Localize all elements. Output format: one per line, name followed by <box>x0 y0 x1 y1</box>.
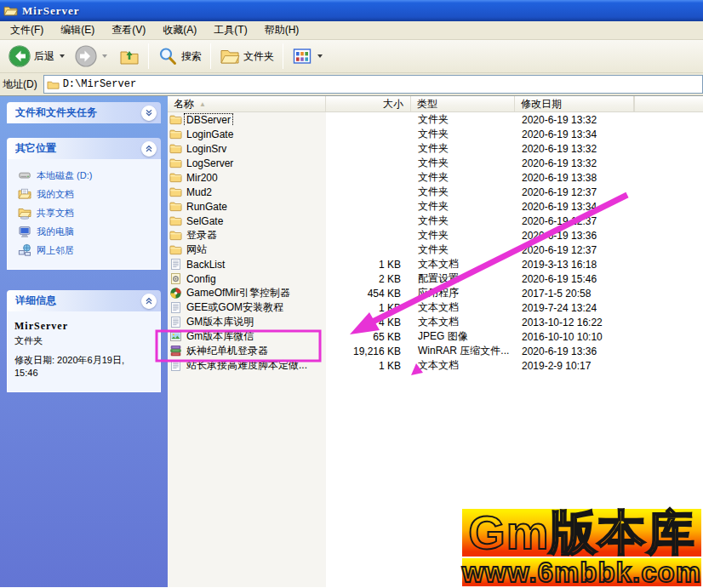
address-label: 地址(D) <box>2 77 43 92</box>
file-type-cell: 应用程序 <box>411 286 515 300</box>
file-type-cell: 文件夹 <box>411 170 515 185</box>
forward-icon <box>75 45 97 67</box>
window-title: MirServer <box>22 4 79 18</box>
column-header-type[interactable]: 类型 <box>411 96 515 111</box>
file-type-cell: 文件夹 <box>411 214 515 228</box>
folders-pane-icon <box>220 46 240 66</box>
file-size-cell: 2 KB <box>326 273 411 285</box>
file-date-cell: 2020-6-19 13:34 <box>515 201 634 213</box>
explorer-window: MirServer 文件(F) 编辑(E) 查看(V) 收藏(A) 工具(T) … <box>0 0 703 588</box>
file-date-cell: 2016-10-10 10:10 <box>515 331 634 343</box>
file-name: 妖神纪单机登录器 <box>185 344 270 358</box>
file-name-cell: DBServer <box>168 113 326 126</box>
file-row[interactable]: LoginSrv文件夹2020-6-19 13:32 <box>168 141 703 156</box>
file-date-cell: 2020-6-19 13:32 <box>515 157 634 169</box>
file-row[interactable]: BackList1 KB文本文档2019-3-13 16:18 <box>168 257 703 271</box>
panel-title: 详细信息 <box>15 294 56 308</box>
jpeg-image-icon <box>169 330 182 343</box>
forward-button[interactable] <box>71 43 111 69</box>
file-name-cell: LoginSrv <box>168 142 326 155</box>
text-file-icon <box>169 301 182 314</box>
sidebar-item-my-computer[interactable]: 我的电脑 <box>11 223 157 240</box>
back-button[interactable]: 后退 <box>5 43 68 69</box>
file-name: Gm版本库微信 <box>185 329 255 344</box>
file-row[interactable]: GM版本库说明4 KB文本文档2013-10-12 16:22 <box>168 315 703 329</box>
search-button[interactable]: 搜索 <box>154 44 205 68</box>
file-name-cell: LoginGate <box>168 128 326 140</box>
file-size-cell: 454 KB <box>326 288 411 300</box>
file-type-cell: 文件夹 <box>411 112 515 127</box>
folder-icon <box>169 128 182 140</box>
file-row[interactable]: 妖神纪单机登录器19,216 KBWinRAR 压缩文件...2020-6-19… <box>168 344 703 358</box>
file-name: LoginGate <box>185 128 235 140</box>
address-bar: 地址(D) <box>0 73 703 96</box>
file-name-cell: GM版本库说明 <box>168 315 326 329</box>
address-value[interactable] <box>63 78 700 90</box>
file-row[interactable]: GameOfMir引擎控制器454 KB应用程序2017-1-5 20:58 <box>168 286 703 300</box>
menu-favorites[interactable]: 收藏(A) <box>154 20 205 40</box>
sidebar-item-local-disk[interactable]: 本地磁盘 (D:) <box>11 167 157 184</box>
file-row[interactable]: Gm版本库微信65 KBJPEG 图像2016-10-10 10:10 <box>168 329 703 344</box>
column-header-modified[interactable]: 修改日期 <box>515 96 634 111</box>
file-name: SelGate <box>185 215 225 227</box>
details-header[interactable]: 详细信息 <box>7 290 161 311</box>
details-folder-name: MirServer <box>14 320 153 333</box>
file-row[interactable]: GEE或GOM安装教程1 KB文本文档2019-7-24 13:24 <box>168 300 703 315</box>
file-row[interactable]: 站长承接高难度脚本定做...1 KB文本文档2019-2-9 10:17 <box>168 358 703 373</box>
up-button[interactable] <box>116 44 143 68</box>
file-date-cell: 2019-2-9 10:17 <box>515 360 634 372</box>
sidebar-item-shared-documents[interactable]: 共享文档 <box>11 204 157 221</box>
chevron-double-down-icon[interactable] <box>141 106 157 121</box>
file-date-cell: 2020-6-19 12:37 <box>515 186 634 198</box>
folders-label: 文件夹 <box>243 49 274 64</box>
watermark: Gm版本库 www.6mbbk.com <box>462 509 701 586</box>
file-row[interactable]: LoginGate文件夹2020-6-19 13:34 <box>168 127 703 141</box>
file-row[interactable]: Config2 KB配置设置2020-6-19 15:46 <box>168 271 703 286</box>
file-row[interactable]: Mir200文件夹2020-6-19 13:38 <box>168 170 703 185</box>
sort-ascending-icon: ▲ <box>199 100 206 108</box>
sidebar-item-network-places[interactable]: 网上邻居 <box>11 242 157 259</box>
address-input[interactable] <box>43 75 703 94</box>
views-button[interactable] <box>289 44 326 68</box>
file-name: 站长承接高难度脚本定做... <box>185 358 309 373</box>
file-row[interactable]: DBServer文件夹2020-6-19 13:32 <box>168 112 703 127</box>
chevron-double-up-icon[interactable] <box>141 141 157 157</box>
menu-view[interactable]: 查看(V) <box>103 20 154 40</box>
folder-icon <box>169 214 182 227</box>
file-name-cell: 站长承接高难度脚本定做... <box>168 358 326 373</box>
file-name: BackList <box>185 259 226 271</box>
chevron-double-up-icon[interactable] <box>141 294 157 309</box>
file-row[interactable]: 登录器文件夹2020-6-19 13:36 <box>168 228 703 243</box>
menu-help[interactable]: 帮助(H) <box>256 20 308 40</box>
file-row[interactable]: 网站文件夹2020-6-19 12:37 <box>168 243 703 257</box>
details-modified-time: 15:46 <box>14 367 153 380</box>
file-name: RunGate <box>185 201 229 213</box>
file-row[interactable]: Mud2文件夹2020-6-19 12:37 <box>168 185 703 199</box>
file-row[interactable]: SelGate文件夹2020-6-19 12:37 <box>168 214 703 228</box>
file-name: 网站 <box>185 243 209 257</box>
sidebar-item-my-documents[interactable]: 我的文档 <box>11 186 157 203</box>
file-size-cell: 19,216 KB <box>326 345 411 357</box>
file-list-body: DBServer文件夹2020-6-19 13:32LoginGate文件夹20… <box>168 112 703 373</box>
file-name: Mud2 <box>185 186 214 198</box>
menu-file[interactable]: 文件(F) <box>2 20 52 40</box>
toolbar-separator <box>283 43 283 69</box>
menu-edit[interactable]: 编辑(E) <box>52 20 103 40</box>
column-header-name[interactable]: 名称 ▲ <box>168 96 326 111</box>
file-row[interactable]: LogServer文件夹2020-6-19 13:32 <box>168 156 703 170</box>
back-dropdown-caret-icon[interactable] <box>60 54 65 58</box>
column-header-size[interactable]: 大小 <box>326 96 411 111</box>
file-row[interactable]: RunGate文件夹2020-6-19 13:34 <box>168 199 703 214</box>
forward-dropdown-caret-icon[interactable] <box>102 54 107 58</box>
file-date-cell: 2017-1-5 20:58 <box>515 288 634 300</box>
toolbar-separator <box>210 43 211 69</box>
file-folder-tasks-header[interactable]: 文件和文件夹任务 <box>7 102 161 123</box>
file-name-cell: Config <box>168 272 326 285</box>
file-type-cell: 文本文档 <box>411 300 515 315</box>
column-header-filler <box>634 96 703 111</box>
folders-button[interactable]: 文件夹 <box>216 44 277 68</box>
menu-tools[interactable]: 工具(T) <box>205 20 255 40</box>
other-places-header[interactable]: 其它位置 <box>7 138 161 159</box>
file-name: LoginSrv <box>185 143 228 155</box>
views-dropdown-caret-icon[interactable] <box>317 54 323 58</box>
